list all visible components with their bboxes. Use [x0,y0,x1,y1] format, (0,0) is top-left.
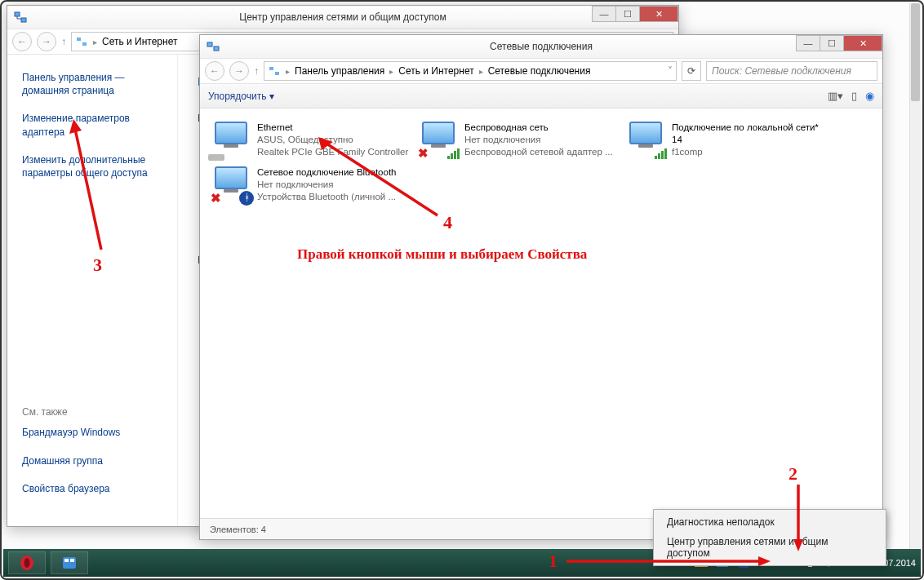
adapter-icon [626,122,665,157]
page-scrollbar[interactable] [909,3,921,549]
svg-rect-11 [64,559,69,562]
connection-status: f1comp [672,146,824,158]
win2-minimize-button[interactable]: — [796,35,820,51]
win1-sidebar: Панель управления — домашняя страница Из… [7,55,177,526]
win1-close-button[interactable]: ✕ [639,6,678,22]
win1-forward-button[interactable]: → [37,32,56,51]
svg-rect-6 [269,67,273,70]
adapter-icon: ✖ᚼ [211,166,251,202]
win2-title: Сетевые подключения [490,41,593,52]
connections-icon [207,40,220,53]
svg-rect-12 [70,559,74,562]
win1-up-button[interactable]: ↑ [61,36,66,47]
crumb-network-internet[interactable]: Сеть и Интернет [102,36,177,47]
win2-breadcrumb[interactable]: ▸ Панель управления ▸ Сеть и Интернет ▸ … [264,61,677,81]
win2-back-button[interactable]: ← [205,61,224,81]
connection-name: Ethernet [257,122,408,134]
link-windows-firewall[interactable]: Брандмауэр Windows [22,426,169,439]
connection-item[interactable]: Подключение по локальной сети* 14f1comp [623,118,827,162]
search-placeholder: Поиск: Сетевые подключения [712,65,851,77]
adapter-icon: ✖ [419,122,458,157]
link-advanced-sharing-settings[interactable]: Изменить дополнительные параметры общего… [22,153,162,179]
win1-back-button[interactable]: ← [12,32,32,51]
link-change-adapter-settings[interactable]: Изменение параметров адаптера [22,112,162,138]
connection-device: Устройства Bluetooth (личной ... [257,191,397,203]
window-network-connections: Сетевые подключения — ☐ ✕ ← → ↑ ▸ Панель… [199,34,883,540]
taskbar-app-button[interactable] [51,551,88,574]
connection-device: Realtek PCIe GBE Family Controller [257,146,408,158]
menu-network-center[interactable]: Центр управления сетями и общим доступом [655,532,884,563]
connection-status: Нет подключения [257,179,397,191]
win1-minimize-button[interactable]: — [592,6,616,22]
connection-item[interactable]: ✖ᚼСетевое подключение BluetoothНет подкл… [208,163,412,206]
link-control-panel-home[interactable]: Панель управления — домашняя страница [22,71,162,97]
svg-rect-0 [15,12,20,16]
svg-rect-2 [77,38,81,41]
win1-title: Центр управления сетями и общим доступом [239,11,446,23]
win2-up-button[interactable]: ↑ [254,65,259,77]
crumb-network-connections[interactable]: Сетевые подключения [488,65,591,77]
connection-name: Подключение по локальной сети* 14 [672,122,824,146]
win2-forward-button[interactable]: → [229,61,249,81]
crumb-control-panel[interactable]: Панель управления [295,65,384,77]
network-center-icon [14,11,27,24]
svg-rect-5 [214,46,219,51]
adapter-icon [211,122,251,157]
connection-device: Беспроводной сетевой адаптер ... [464,146,613,158]
view-options-button[interactable]: ▥▾ [828,90,843,102]
svg-rect-7 [275,72,279,75]
win2-maximize-button[interactable]: ☐ [820,35,844,51]
dropdown-icon[interactable]: ˅ [668,65,673,77]
help-button[interactable]: ◉ [865,90,874,102]
win1-maximize-button[interactable]: ☐ [615,6,640,22]
connection-name: Сетевое подключение Bluetooth [257,166,397,179]
network-icon [75,35,88,48]
preview-pane-button[interactable]: ▯ [851,90,857,102]
win2-titlebar[interactable]: Сетевые подключения — ☐ ✕ [200,35,882,58]
link-homegroup[interactable]: Домашняя группа [22,454,169,467]
item-count: Элементов: 4 [210,525,266,534]
win2-close-button[interactable]: ✕ [843,35,882,51]
win2-search-input[interactable]: Поиск: Сетевые подключения [706,61,877,81]
win1-titlebar[interactable]: Центр управления сетями и общим доступом… [7,6,678,29]
connection-status: ASUS, Общедоступно [257,134,408,146]
see-also-header: См. также [22,406,169,418]
svg-rect-3 [82,42,87,46]
see-also-section: См. также Брандмауэр Windows Домашняя гр… [22,406,169,510]
crumb-network-internet[interactable]: Сеть и Интернет [398,65,473,77]
organize-menu[interactable]: Упорядочить ▾ [208,91,274,102]
refresh-button[interactable]: ⟳ [682,61,701,81]
connection-item[interactable]: ✖Беспроводная сетьНет подключенияБеспров… [415,118,620,162]
tray-context-menu: Диагностика неполадок Центр управления с… [653,509,886,566]
connection-status: Нет подключения [464,134,613,146]
connection-name: Беспроводная сеть [464,122,613,134]
svg-rect-4 [207,42,212,46]
taskbar-opera-button[interactable] [8,551,46,574]
menu-diagnose[interactable]: Диагностика неполадок [655,512,884,532]
connections-icon-small [268,64,281,77]
connections-list: EthernetASUS, ОбщедоступноRealtek PCIe G… [200,108,882,518]
win2-address-bar: ← → ↑ ▸ Панель управления ▸ Сеть и Интер… [200,58,882,84]
win2-command-bar: Упорядочить ▾ ▥▾ ▯ ◉ [200,84,882,108]
svg-rect-1 [21,18,26,22]
connection-item[interactable]: EthernetASUS, ОбщедоступноRealtek PCIe G… [208,118,412,162]
link-browser-properties[interactable]: Свойства браузера [22,482,169,495]
svg-point-9 [24,558,30,568]
